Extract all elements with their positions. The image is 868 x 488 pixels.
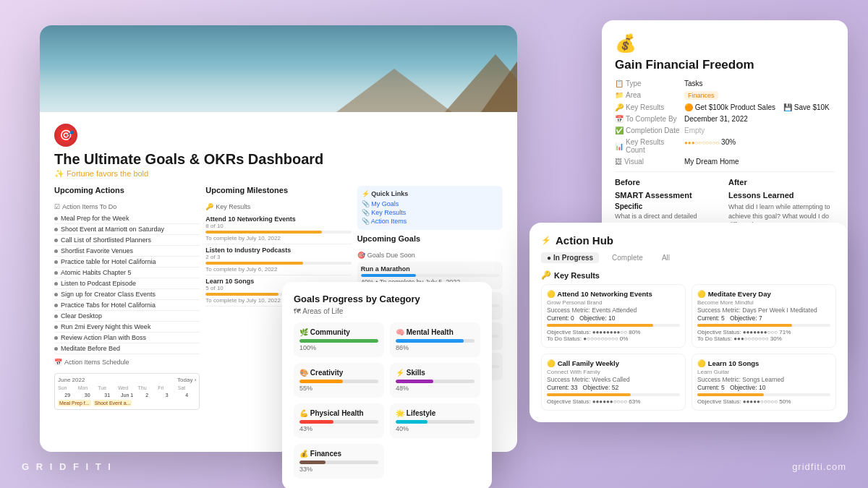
finance-label-complete-by: 📅 To Complete By xyxy=(615,115,680,123)
finance-row-area: 📁 Area Finances xyxy=(615,91,835,100)
milestone-item: Attend 10 Networking Events 8 of 10 To c… xyxy=(205,213,351,244)
finance-label-area: 📁 Area xyxy=(615,91,680,99)
gp-category-item: 🌿 Community 100% xyxy=(294,322,384,357)
cal-cell: Jun 1 xyxy=(117,392,136,398)
svg-marker-2 xyxy=(336,69,452,112)
finance-row-keyresults: 🔑 Key Results 🟠 Get $100k Product Sales … xyxy=(615,103,835,111)
smart-title: SMART Assessment xyxy=(615,191,721,200)
hero-image xyxy=(40,25,517,112)
gp-grid: 🌿 Community 100% 🧠 Mental Health 86% 🎨 C… xyxy=(294,322,480,479)
main-title: The Ultimate Goals & OKRs Dashboard xyxy=(54,151,503,168)
finance-value-type: Tasks xyxy=(684,80,835,87)
action-item: Review Action Plan with Boss xyxy=(54,333,200,343)
ah-tabs: ● In ProgressCompleteAll xyxy=(541,252,836,263)
calendar-mini: June 2022 Today › Sun Mon Tue Wed Thu Fr… xyxy=(54,373,200,410)
ah-kr-item: 🟡 Call Family Weekly Connect With Family… xyxy=(541,354,686,411)
finance-value-area: Finances xyxy=(684,91,835,100)
goals-due-badge: 🎯 Goals Due Soon xyxy=(357,252,415,259)
after-title: After xyxy=(728,178,835,187)
brand-right: gridfiti.com xyxy=(792,461,846,472)
ah-grid: 🟡 Attend 10 Networking Events Grow Perso… xyxy=(541,284,836,411)
key-results-badge: 🔑 Key Results xyxy=(205,203,250,210)
cal-cell: 31 xyxy=(98,392,116,398)
ah-tab-all[interactable]: All xyxy=(656,252,676,263)
action-item: Meal Prep for the Week xyxy=(54,213,200,224)
quicklink-action-items[interactable]: 📎 Action Items xyxy=(362,217,498,226)
ah-header: ⚡ Action Hub xyxy=(541,234,836,247)
action-items-badge: ☑ Action Items To Do xyxy=(54,203,116,210)
quicklink-my-goals[interactable]: 📎 My Goals xyxy=(362,200,498,208)
schedule-badge: 📅 Action Items Schedule xyxy=(54,359,129,366)
finance-row-visual: 🖼 Visual My Dream Home xyxy=(615,158,835,166)
finance-row-completion-date: ✅ Completion Date Empty xyxy=(615,127,835,134)
ah-kr-item: 🟡 Attend 10 Networking Events Grow Perso… xyxy=(541,284,686,348)
gp-category-item: 🧠 Mental Health 86% xyxy=(390,322,480,357)
ah-kr-item: 🟡 Meditate Every Day Become More Mindful… xyxy=(692,284,836,348)
upcoming-actions-title: Upcoming Actions xyxy=(54,186,200,194)
specific-label: Specific xyxy=(615,202,721,210)
finance-label-completion-date: ✅ Completion Date xyxy=(615,127,680,134)
finance-value-complete-by: December 31, 2022 xyxy=(684,115,835,123)
gp-subtitle: 🗺 Areas of Life xyxy=(294,307,480,315)
gp-title: Goals Progress by Category xyxy=(294,294,480,304)
action-item: Sign up for Creator Class Events xyxy=(54,289,200,300)
quicklink-key-results[interactable]: 📎 Key Results xyxy=(362,208,498,217)
gp-category-item: 🌟 Lifestyle 40% xyxy=(390,403,480,438)
action-item: Call List of Shortlisted Planners xyxy=(54,235,200,246)
action-hub-card: ⚡ Action Hub ● In ProgressCompleteAll 🔑 … xyxy=(529,223,848,422)
gp-category-item: 💰 Finances 33% xyxy=(294,444,384,479)
finance-value-visual: My Dream Home xyxy=(684,158,835,166)
ah-tab-in-progress[interactable]: ● In Progress xyxy=(541,252,599,263)
action-item: Atomic Habits Chapter 5 xyxy=(54,267,200,278)
cal-cell: 4 xyxy=(177,392,196,398)
finance-value-keyresults: 🟠 Get $100k Product Sales 💾 Save $10K xyxy=(684,103,835,111)
gp-category-item: 🎨 Creativity 55% xyxy=(294,363,384,398)
ah-icon: ⚡ xyxy=(541,236,551,245)
logo-icon xyxy=(54,124,77,147)
finance-label-kr-count: 📊 Key Results Count xyxy=(615,138,680,154)
finance-label-keyresults: 🔑 Key Results xyxy=(615,103,680,111)
finance-row-type: 📋 Type Tasks xyxy=(615,80,835,87)
quick-links-title: ⚡ Quick Links xyxy=(362,190,498,197)
gp-category-item: ⚡ Skills 48% xyxy=(390,363,480,398)
cal-cell: 2 xyxy=(137,392,156,398)
calendar-header: June 2022 Today › xyxy=(58,377,196,383)
cal-event-2: Shoot Event a... xyxy=(93,400,132,406)
action-item: Listen to Podcast Episode xyxy=(54,278,200,289)
gp-category-item: 💪 Physical Health 43% xyxy=(294,403,384,438)
cal-cell: 30 xyxy=(77,392,96,398)
before-title: Before xyxy=(615,178,721,187)
finance-row-complete-by: 📅 To Complete By December 31, 2022 xyxy=(615,115,835,123)
finance-row-kr-count: 📊 Key Results Count ●●●○○○○○○○ 30% xyxy=(615,138,835,154)
finance-value-kr-count: ●●●○○○○○○○ 30% xyxy=(684,138,835,146)
milestone-item: Listen to Industry Podcasts 2 of 3 To co… xyxy=(205,244,351,275)
action-item: Shortlist Favorite Venues xyxy=(54,246,200,257)
action-item: Run 2mi Every Night this Week xyxy=(54,322,200,333)
cal-events: Meal Prep f... Shoot Event a... xyxy=(58,400,196,406)
cal-cell: 3 xyxy=(157,392,176,398)
action-item: Meditate Before Bed xyxy=(54,343,200,354)
action-items-list: Meal Prep for the WeekShoot Event at Mar… xyxy=(54,213,200,354)
cal-event-1: Meal Prep f... xyxy=(58,400,91,406)
ah-tab-complete[interactable]: Complete xyxy=(606,252,649,263)
ah-key-results-title: 🔑 Key Results xyxy=(541,270,836,280)
cal-cell: 29 xyxy=(58,392,77,398)
finance-label-visual: 🖼 Visual xyxy=(615,158,680,166)
brand-left: G R I D F I T I xyxy=(22,461,113,472)
quick-links: ⚡ Quick Links 📎 My Goals 📎 Key Results 📎… xyxy=(357,186,503,230)
ah-title: Action Hub xyxy=(556,234,613,247)
milestones-title: Upcoming Milestones xyxy=(205,186,351,194)
goals-progress-card: Goals Progress by Category 🗺 Areas of Li… xyxy=(282,282,492,488)
action-item: Practice Tabs for Hotel California xyxy=(54,300,200,311)
finance-title: Gain Financial Freedom xyxy=(615,58,835,72)
action-item: Practice table for Hotel California xyxy=(54,257,200,267)
finance-label-type: 📋 Type xyxy=(615,80,680,87)
finance-icon: 💰 xyxy=(615,33,835,53)
calendar-grid: 29 30 31 Jun 1 2 3 4 xyxy=(58,392,196,398)
upcoming-actions-panel: Upcoming Actions ☑ Action Items To Do Me… xyxy=(54,186,200,452)
finance-value-completion-date: Empty xyxy=(684,127,835,134)
action-item: Shoot Event at Marriott on Saturday xyxy=(54,224,200,235)
upcoming-goals-title: Upcoming Goals xyxy=(357,234,503,243)
calendar-days: Sun Mon Tue Wed Thu Fri Sat xyxy=(58,385,196,390)
svg-marker-1 xyxy=(445,54,517,112)
